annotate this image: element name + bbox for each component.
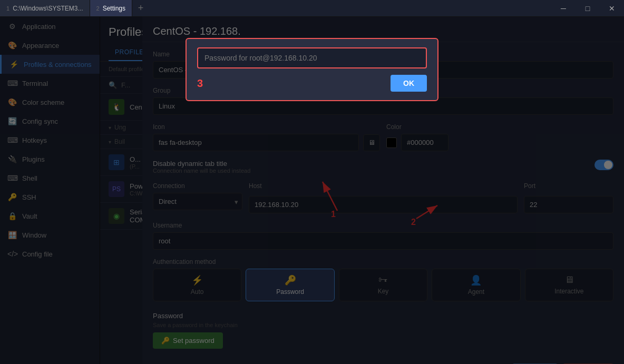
tab-add-button[interactable]: + [132,0,149,17]
tab-2-label: Settings [103,5,125,12]
password-dialog-row: 3 OK [197,75,427,92]
titlebar: 1 C:\Windows\SYSTEM3... 2 Settings + ─ □… [0,0,624,17]
tab-1-label: C:\Windows\SYSTEM3... [13,5,83,12]
close-button[interactable]: ✕ [600,0,624,17]
titlebar-controls: ─ □ ✕ [551,0,624,16]
tab-1[interactable]: 1 C:\Windows\SYSTEM3... [0,0,90,16]
password-dialog: 3 OK [186,38,438,101]
dialog-ok-button[interactable]: OK [391,75,427,92]
titlebar-tabs: 1 C:\Windows\SYSTEM3... 2 Settings + [0,0,551,16]
tab-2[interactable]: 2 Settings [90,0,132,16]
password-dialog-input[interactable] [197,47,427,68]
tab-2-num: 2 [96,5,100,12]
minimize-button[interactable]: ─ [551,0,576,17]
tab-1-num: 1 [6,5,9,12]
step-3-label: 3 [197,77,203,90]
password-dialog-overlay: 3 OK [0,17,624,364]
maximize-button[interactable]: □ [576,0,600,17]
